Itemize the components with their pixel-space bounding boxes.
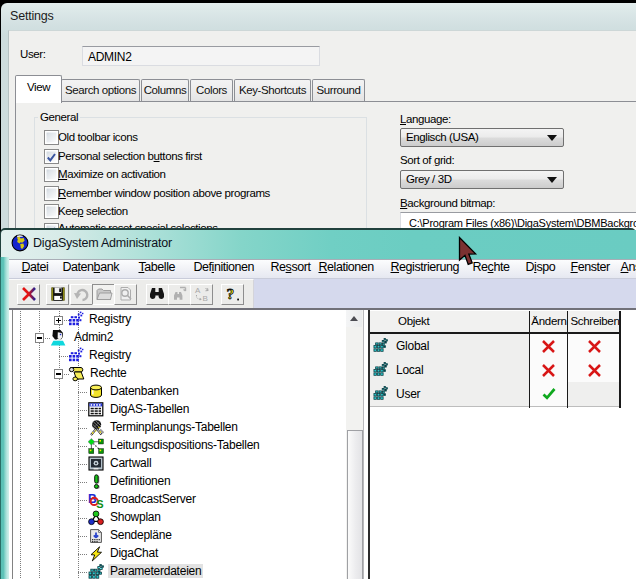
svg-text:B: B (202, 294, 207, 303)
svg-text:?: ? (227, 285, 235, 302)
svg-text:S: S (96, 498, 103, 508)
svg-text:A: A (195, 286, 201, 295)
